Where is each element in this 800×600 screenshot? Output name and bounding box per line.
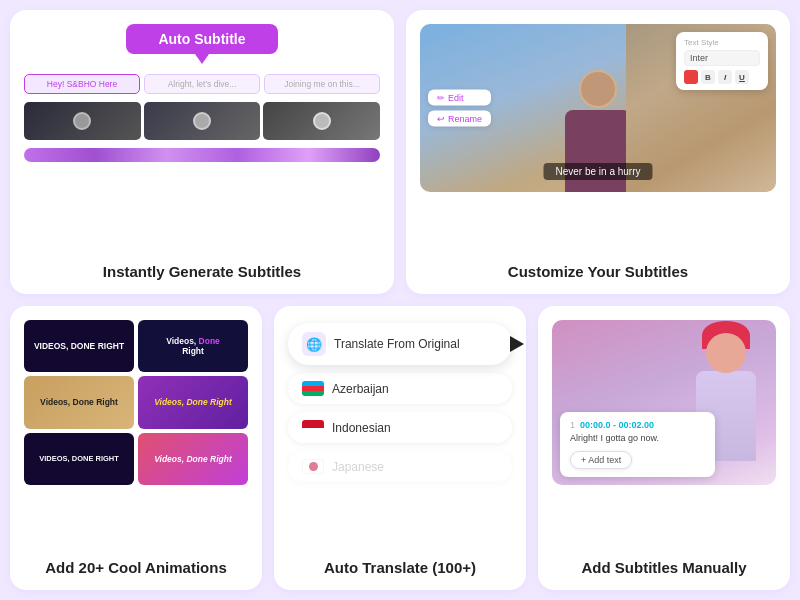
- rename-text: Rename: [448, 114, 482, 124]
- lang-azerbaijan[interactable]: Azerbaijan: [288, 373, 512, 404]
- track-chip-2: Alright, let's dive...: [144, 74, 260, 94]
- text-style-heading: Text Style: [684, 38, 760, 47]
- card-customize-subtitles: Text Style Inter B I U ✏ Edit: [406, 10, 790, 294]
- edit-rename-group: ✏ Edit ↩ Rename: [428, 90, 491, 127]
- card-manual: 1 00:00.0 - 00:02.00 Alright! I gotta go…: [538, 306, 790, 590]
- flag-id: [302, 420, 324, 435]
- manual-video: 1 00:00.0 - 00:02.00 Alright! I gotta go…: [552, 320, 776, 485]
- anim-tile-5: VIDEOS, DONE RIGHT: [24, 433, 134, 485]
- rename-icon: ↩: [437, 114, 445, 124]
- font-dropdown[interactable]: Inter: [684, 50, 760, 66]
- color-swatch[interactable]: [684, 70, 698, 84]
- anim-tile-1: VIDEOS, DONE RIGHT: [24, 320, 134, 372]
- track-chip-3: Joining me on this...: [264, 74, 380, 94]
- subtitle-text-overlay: Never be in a hurry: [543, 163, 652, 180]
- head: [579, 70, 617, 108]
- customize-label: Customize Your Subtitles: [508, 263, 688, 280]
- bottom-row: VIDEOS, DONE RIGHT Videos, DoneRight Vid…: [10, 306, 790, 590]
- time-range: 00:00.0 - 00:02.00: [580, 420, 654, 430]
- lang-jp-label: Japanese: [332, 460, 384, 474]
- manual-content: 1 00:00.0 - 00:02.00 Alright! I gotta go…: [552, 320, 776, 485]
- animations-label: Add 20+ Cool Animations: [45, 559, 227, 576]
- page-wrapper: Auto Subtitle Hey! S&BHO Here Alright, l…: [0, 0, 800, 600]
- flag-jp: [302, 459, 324, 474]
- flag-az: [302, 381, 324, 396]
- anim-tile-6: Videos, Done Right: [138, 433, 248, 485]
- translate-content: 🌐 Translate From Original Azerbaijan: [288, 320, 512, 485]
- anim-tile-4: Videos, Done Right: [138, 376, 248, 428]
- generate-content: Auto Subtitle Hey! S&BHO Here Alright, l…: [24, 24, 380, 162]
- track-chip-1: Hey! S&BHO Here: [24, 74, 140, 94]
- card-translate: 🌐 Translate From Original Azerbaijan: [274, 306, 526, 590]
- translate-from-original[interactable]: 🌐 Translate From Original: [288, 323, 512, 365]
- generate-label: Instantly Generate Subtitles: [103, 263, 301, 280]
- lang-indonesian[interactable]: Indonesian: [288, 412, 512, 443]
- text-style-panel: Text Style Inter B I U: [676, 32, 768, 90]
- video-thumb-a: [24, 102, 141, 140]
- anim-tile-3: Videos, Done Right: [24, 376, 134, 428]
- face: [706, 333, 746, 373]
- pencil-icon: ✏: [437, 93, 445, 103]
- timeline-bar: [24, 148, 380, 162]
- lang-id-label: Indonesian: [332, 421, 391, 435]
- lang-az-label: Azerbaijan: [332, 382, 389, 396]
- translate-from-label: Translate From Original: [334, 337, 460, 351]
- top-row: Auto Subtitle Hey! S&BHO Here Alright, l…: [10, 10, 790, 294]
- add-text-button[interactable]: + Add text: [570, 451, 632, 469]
- lang-japanese[interactable]: Japanese: [288, 451, 512, 482]
- manual-subtitle-text: Alright! I gotta go now.: [570, 433, 705, 443]
- rename-btn[interactable]: ↩ Rename: [428, 111, 491, 127]
- translate-label: Auto Translate (100+): [324, 559, 476, 576]
- time-index: 1: [570, 420, 575, 430]
- edit-text: Edit: [448, 93, 464, 103]
- anim-tile-2: Videos, DoneRight: [138, 320, 248, 372]
- bold-btn[interactable]: B: [701, 70, 715, 84]
- animations-grid: VIDEOS, DONE RIGHT Videos, DoneRight Vid…: [24, 320, 248, 485]
- underline-btn[interactable]: U: [735, 70, 749, 84]
- time-row: 1 00:00.0 - 00:02.00: [570, 420, 705, 430]
- edit-btn[interactable]: ✏ Edit: [428, 90, 491, 106]
- head-wrapper: [704, 325, 748, 369]
- italic-btn[interactable]: I: [718, 70, 732, 84]
- video-thumb-b: [144, 102, 261, 140]
- auto-subtitle-button[interactable]: Auto Subtitle: [126, 24, 277, 54]
- card-animations: VIDEOS, DONE RIGHT Videos, DoneRight Vid…: [10, 306, 262, 590]
- style-row: B I U: [684, 70, 760, 84]
- translate-icon: 🌐: [302, 332, 326, 356]
- customize-content-2: Text Style Inter B I U ✏ Edit: [420, 24, 776, 192]
- card-generate-subtitles: Auto Subtitle Hey! S&BHO Here Alright, l…: [10, 10, 394, 294]
- customize-video: Text Style Inter B I U ✏ Edit: [420, 24, 776, 192]
- manual-label: Add Subtitles Manually: [581, 559, 746, 576]
- video-thumb-c: [263, 102, 380, 140]
- cursor-arrow-icon: [510, 336, 524, 352]
- subtitle-manual-panel: 1 00:00.0 - 00:02.00 Alright! I gotta go…: [560, 412, 715, 477]
